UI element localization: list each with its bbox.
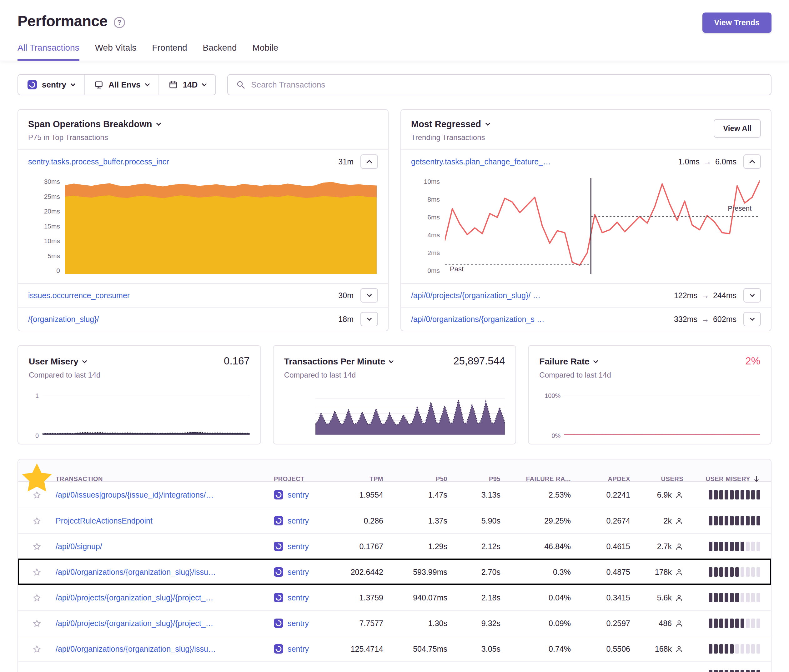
transaction-link[interactable]: /api/0/projects/{organization_slug}/{pro… <box>56 619 268 628</box>
table-row[interactable]: /api/0/projects/{organization_slug}/{pro… <box>18 584 771 610</box>
table-row[interactable]: /api/0/projects/{organization_slug}/{pro… <box>18 610 771 636</box>
environment-filter[interactable]: All Envs <box>84 75 158 95</box>
column-header-user-misery[interactable]: USER MISERY <box>693 476 771 483</box>
table-row[interactable]: /api/0/signup/sentry0.17671.29s2.12s46.8… <box>18 533 771 559</box>
user-icon <box>675 594 684 602</box>
row-value: 332ms→602ms <box>668 314 736 324</box>
column-header-tpm[interactable]: TPM <box>340 476 393 483</box>
p50-cell: 1.29s <box>393 542 457 551</box>
transaction-link[interactable]: /api/0/issues|groups/{issue_id}/integrat… <box>56 490 268 500</box>
search-transactions-input[interactable] <box>251 80 763 90</box>
p95-cell: 3.13s <box>457 490 510 500</box>
transaction-link[interactable]: /api/0/organizations/{organization_slug}… <box>56 645 268 654</box>
tpm-cell: 1.9554 <box>340 490 393 500</box>
row-value: 122ms→244ms <box>668 291 736 300</box>
project-link[interactable]: sentry <box>287 619 309 628</box>
transaction-link[interactable]: ProjectRuleActionsEndpoint <box>56 516 268 525</box>
tab-backend[interactable]: Backend <box>203 43 237 61</box>
favorite-star-icon[interactable] <box>32 645 42 654</box>
column-header-users[interactable]: USERS <box>640 476 693 483</box>
tab-web-vitals[interactable]: Web Vitals <box>95 43 137 61</box>
help-icon[interactable]: ? <box>114 17 125 28</box>
project-link[interactable]: sentry <box>287 568 309 577</box>
expand-row-button[interactable] <box>743 312 761 326</box>
chevron-down-icon <box>750 292 755 297</box>
widget-panels: Span Operations Breakdown P75 in Top Tra… <box>18 109 771 331</box>
tab-bar: All TransactionsWeb VitalsFrontendBacken… <box>18 43 771 61</box>
failure-rate-cell: 46.84% <box>510 542 580 551</box>
project-link[interactable]: sentry <box>287 593 309 602</box>
favorite-star-icon[interactable] <box>32 568 42 577</box>
favorite-star-icon[interactable] <box>32 490 42 500</box>
p95-cell: 9.32s <box>457 619 510 628</box>
users-cell: 2.7k <box>640 542 693 551</box>
transaction-link[interactable]: /api/0/signup/ <box>56 542 268 551</box>
expand-row-button[interactable] <box>743 288 761 303</box>
user-misery-bars <box>709 567 760 577</box>
table-row[interactable]: ProjectRuleActionsEndpointsentry0.2861.3… <box>18 508 771 533</box>
column-header-p50[interactable]: P50 <box>393 476 457 483</box>
project-link[interactable]: sentry <box>287 645 309 654</box>
table-row[interactable] <box>18 661 771 672</box>
apdex-cell: 0.4875 <box>580 568 640 577</box>
present-label: Present <box>728 204 751 212</box>
favorite-star-icon[interactable] <box>32 619 42 628</box>
date-range-filter[interactable]: 14D <box>158 75 216 95</box>
stat-cards: User Misery0.167Compared to last 14d10Tr… <box>18 345 771 444</box>
project-link[interactable]: sentry <box>287 542 309 551</box>
view-trends-button[interactable]: View Trends <box>703 13 771 33</box>
stat-card-title-dropdown[interactable]: Transactions Per Minute <box>284 357 393 367</box>
favorite-star-icon[interactable] <box>32 516 42 526</box>
user-icon <box>675 491 684 499</box>
favorite-star-icon[interactable] <box>32 593 42 603</box>
transaction-link[interactable]: /api/0/organizations/{organization_s … <box>411 315 545 324</box>
table-row[interactable]: /api/0/issues|groups/{issue_id}/integrat… <box>18 482 771 508</box>
transaction-link[interactable]: getsentry.tasks.plan_change_feature_… <box>411 157 551 166</box>
search-transactions-box[interactable] <box>227 74 771 95</box>
span-ops-chart: 30ms25ms20ms15ms10ms5ms0 <box>18 173 388 283</box>
y-axis-tick: 20ms <box>44 208 60 214</box>
stat-card-title-dropdown[interactable]: User Misery <box>29 357 86 367</box>
favorite-star-icon[interactable] <box>32 542 42 551</box>
page-title: Performance <box>18 13 107 30</box>
tab-frontend[interactable]: Frontend <box>152 43 187 61</box>
p95-cell: 5.90s <box>457 516 510 525</box>
collapse-row-button[interactable] <box>361 155 378 169</box>
span-op-link[interactable]: sentry.tasks.process_buffer.process_incr <box>28 157 169 166</box>
transaction-link[interactable]: /api/0/projects/{organization_slug}/ … <box>411 291 540 300</box>
project-cell: sentry <box>274 619 340 628</box>
most-regressed-title-dropdown[interactable]: Most Regressed <box>411 119 490 129</box>
p95-cell: 2.12s <box>457 542 510 551</box>
transaction-link[interactable]: /api/0/organizations/{organization_slug}… <box>56 568 268 577</box>
apdex-cell: 0.2674 <box>580 516 640 525</box>
tab-all-transactions[interactable]: All Transactions <box>18 43 80 61</box>
environment-icon <box>94 80 104 89</box>
column-header-project[interactable]: PROJECT <box>274 476 340 483</box>
project-link[interactable]: sentry <box>287 490 309 500</box>
column-header-transaction[interactable]: TRANSACTION <box>56 476 274 483</box>
users-cell: 178k <box>640 568 693 577</box>
regression-line-chart <box>445 178 760 274</box>
apdex-cell: 0.3415 <box>580 593 640 602</box>
stat-card-title: User Misery <box>29 357 78 367</box>
transaction-link[interactable]: /api/0/projects/{organization_slug}/{pro… <box>56 593 268 602</box>
y-axis-tick: 100% <box>545 393 561 399</box>
expand-row-button[interactable] <box>361 288 378 303</box>
expand-row-button[interactable] <box>361 312 378 326</box>
project-link[interactable]: sentry <box>287 516 309 525</box>
tab-mobile[interactable]: Mobile <box>252 43 278 61</box>
table-row[interactable]: /api/0/organizations/{organization_slug}… <box>18 636 771 661</box>
column-header-apdex[interactable]: APDEX <box>580 476 640 483</box>
column-header-p95[interactable]: P95 <box>457 476 510 483</box>
collapse-row-button[interactable] <box>743 155 761 169</box>
project-filter[interactable]: sentry <box>18 75 84 95</box>
column-header-failure-rate[interactable]: FAILURE RA... <box>510 476 580 483</box>
table-row[interactable]: /api/0/organizations/{organization_slug}… <box>18 559 771 584</box>
span-ops-title-dropdown[interactable]: Span Operations Breakdown <box>28 119 160 129</box>
stat-card-title-dropdown[interactable]: Failure Rate <box>539 357 597 367</box>
project-filter-label: sentry <box>42 80 66 90</box>
transaction-link[interactable]: /{organization_slug}/ <box>28 315 99 324</box>
user-icon <box>675 619 684 627</box>
view-all-button[interactable]: View All <box>714 119 761 138</box>
transaction-link[interactable]: issues.occurrence_consumer <box>28 291 130 300</box>
